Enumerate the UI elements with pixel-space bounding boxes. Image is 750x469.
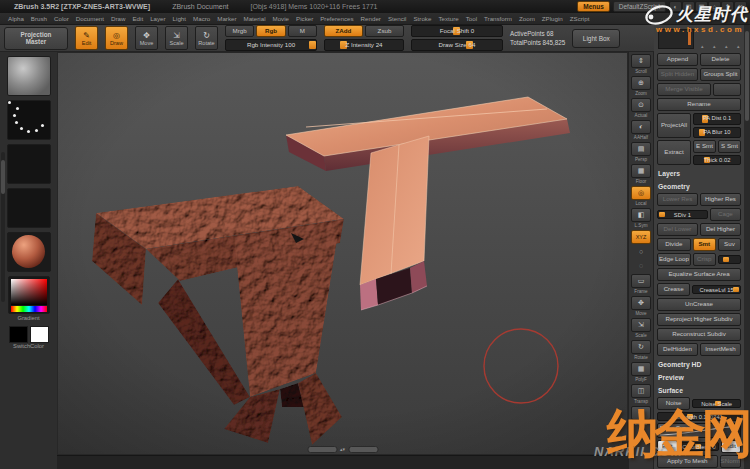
tool-palette-scrollbar[interactable] — [744, 25, 750, 469]
equalize-surface-area-button[interactable]: Equalize Surface Area — [657, 268, 741, 281]
palette-scroll-arrow[interactable]: ▴ — [725, 43, 728, 49]
move-3d-button[interactable]: ✥Move — [631, 296, 651, 316]
secondary-color-swatch[interactable] — [30, 326, 49, 343]
zsub-button[interactable]: Zsub — [365, 25, 404, 37]
menu-light[interactable]: Light — [173, 15, 186, 22]
smt-button[interactable]: Smt — [693, 238, 716, 251]
s-smt-button[interactable]: S Smt — [718, 140, 741, 153]
menu-brush[interactable]: Brush — [31, 15, 47, 22]
persp-button[interactable]: ▤Persp — [631, 142, 651, 162]
uncrease-button[interactable]: UnCrease — [657, 298, 741, 311]
menu-macro[interactable]: Macro — [193, 15, 210, 22]
origin-button[interactable]: ◌ — [631, 260, 651, 272]
canvas-scroll-left-handle[interactable] — [307, 446, 337, 453]
menu-stroke[interactable]: Stroke — [413, 15, 431, 22]
reconstruct-subdiv-button[interactable]: Reconstruct Subdiv — [657, 328, 741, 341]
menu-material[interactable]: Material — [244, 15, 266, 22]
del-higher-button[interactable]: Del Higher — [700, 223, 741, 236]
z-intensity-slider[interactable]: Z Intensity 24 — [324, 39, 404, 51]
noise-scale-slider[interactable]: Noise Scale — [692, 399, 741, 408]
canvas-scroll-right-handle[interactable] — [348, 446, 378, 453]
rename-button[interactable]: Rename — [657, 98, 741, 111]
menu-zoom[interactable]: Zoom — [519, 15, 535, 22]
append-button[interactable]: Append — [657, 53, 698, 66]
zoom-button[interactable]: ⊕Zoom — [631, 76, 651, 96]
e-smt-button[interactable]: E Smt — [693, 140, 716, 153]
loops-slider[interactable] — [718, 255, 741, 264]
menu-texture[interactable]: Texture — [438, 15, 458, 22]
pa-blur-10-slider[interactable]: PA Blur 10 — [693, 127, 741, 139]
crease-button[interactable]: Crease — [657, 283, 690, 296]
palette-scroll-arrow[interactable]: ▴ — [713, 43, 716, 49]
thick-0-02-slider[interactable]: Thick 0.02 — [693, 155, 741, 165]
higher-res-button[interactable]: Higher Res — [700, 193, 741, 206]
edit-curve-left-button[interactable]: Edit — [657, 440, 678, 453]
extract-button[interactable]: Extract — [657, 140, 691, 165]
crisp-button[interactable]: Crisp — [693, 253, 716, 266]
lasso-button[interactable]: ∿Lasso — [631, 406, 651, 426]
section-layers[interactable]: Layers — [657, 167, 741, 178]
document-canvas[interactable]: ▴▾ — [57, 52, 628, 455]
groups-split-button[interactable]: Groups Split — [700, 68, 741, 81]
scroll-button[interactable]: ⇕Scroll — [631, 54, 651, 74]
actual-button[interactable]: ⊙Actual — [631, 98, 651, 118]
noise-button[interactable]: Noise — [657, 397, 690, 410]
menu-render[interactable]: Render — [361, 15, 381, 22]
menu-movie[interactable]: Movie — [273, 15, 290, 22]
cage-button[interactable]: Cage — [710, 208, 741, 221]
zadd-button[interactable]: ZAdd — [324, 25, 363, 37]
menu-transform[interactable]: Transform — [484, 15, 512, 22]
current-brush-thumbnail[interactable] — [7, 56, 51, 96]
active-tool-thumbnail[interactable] — [658, 29, 694, 49]
tool-palette-scroll-handle[interactable] — [745, 31, 749, 121]
scale-button[interactable]: ⇲Scale — [165, 26, 188, 50]
focal-shift-slider[interactable]: Focal Shift 0 — [411, 25, 503, 37]
delete-button[interactable]: Delete — [700, 53, 741, 66]
lsym-button[interactable]: ◧L.Sym — [631, 208, 651, 228]
menu-zplugin[interactable]: ZPlugin — [542, 15, 563, 22]
lower-res-button[interactable]: Lower Res — [657, 193, 698, 206]
palette-icon[interactable]: ▤ — [682, 1, 695, 12]
section-surface[interactable]: Surface — [657, 384, 741, 395]
edge-loop-button[interactable]: Edge Loop — [657, 253, 691, 266]
draw-button[interactable]: ◎Draw — [105, 26, 128, 50]
menu-alpha[interactable]: Alpha — [8, 15, 24, 22]
loops-slider-handle[interactable] — [723, 257, 729, 262]
snorm-button[interactable]: SNorm — [720, 455, 742, 468]
creaselvl-15-slider[interactable]: CreaseLvl 15 — [692, 285, 741, 294]
center-button[interactable]: ○ — [631, 246, 651, 258]
noise-curve-editor[interactable]: Noise Curve — [657, 423, 741, 438]
palette-scroll-arrow[interactable]: ▴ — [701, 43, 704, 49]
palette-scroll-arrow[interactable]: ▴ — [737, 43, 740, 49]
menu-marker[interactable]: Marker — [217, 15, 236, 22]
merge-visible-button[interactable]: Merge Visible — [657, 83, 711, 96]
rgb-button[interactable]: Rgb — [256, 25, 285, 37]
merge-extra-button[interactable] — [713, 83, 741, 96]
left-tray-scrollbar[interactable] — [1, 152, 5, 302]
saturation-value-square[interactable] — [11, 279, 47, 305]
left-tray-scroll-handle[interactable] — [1, 160, 5, 194]
sdiv-1-slider[interactable]: SDiv 1 — [657, 210, 708, 219]
main-color-swatch[interactable] — [9, 326, 28, 343]
delhidden-button[interactable]: DelHidden — [657, 343, 698, 356]
menu-layer[interactable]: Layer — [150, 15, 165, 22]
section-geometry-hd[interactable]: Geometry HD — [657, 358, 741, 369]
draw-size-slider[interactable]: Draw Size 64 — [411, 39, 503, 51]
document-icon[interactable]: ▦ — [695, 1, 708, 12]
hue-strip[interactable] — [11, 306, 47, 312]
menu-preferences[interactable]: Preferences — [320, 15, 353, 22]
menus-button[interactable]: Menus — [577, 1, 610, 12]
divide-button[interactable]: Divide — [657, 238, 691, 251]
color-picker[interactable] — [8, 276, 50, 314]
menu-tool[interactable]: Tool — [466, 15, 477, 22]
current-stroke-thumbnail[interactable] — [7, 100, 51, 140]
section-preview[interactable]: Preview — [657, 371, 741, 382]
scale-3d-button[interactable]: ⇲Scale — [631, 318, 651, 338]
preferences-icon[interactable]: ◐ — [669, 1, 682, 12]
section-geometry[interactable]: Geometry — [657, 180, 741, 191]
canvas-scrollbar[interactable]: ▴▾ — [307, 446, 378, 453]
suv-button[interactable]: Suv — [718, 238, 741, 251]
edit-button[interactable]: ✎Edit — [75, 26, 98, 50]
move-button[interactable]: ✥Move — [135, 26, 158, 50]
home-icon[interactable]: ⌂ — [708, 1, 721, 12]
